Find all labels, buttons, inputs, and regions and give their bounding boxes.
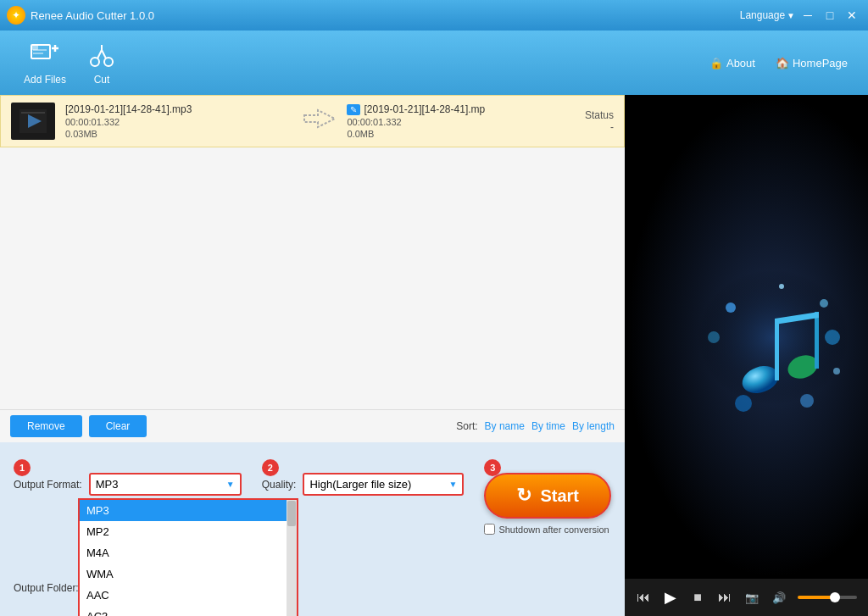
- volume-button[interactable]: 🔊: [767, 585, 791, 609]
- close-button[interactable]: ✕: [843, 6, 861, 25]
- start-button[interactable]: ↻ Start: [484, 473, 611, 519]
- status-label: Status: [585, 109, 614, 121]
- svg-point-23: [820, 299, 828, 308]
- file-area: [2019-01-21][14-28-41].mp3 00:00:01.332 …: [0, 95, 625, 616]
- svg-point-7: [104, 58, 113, 66]
- sort-by-length[interactable]: By length: [572, 420, 615, 432]
- format-select[interactable]: MP3 ▼: [89, 473, 242, 496]
- file-duration: 00:00:01.332: [65, 117, 292, 127]
- language-label: Language: [740, 9, 785, 21]
- svg-marker-14: [304, 110, 335, 127]
- step1-badge: 1: [14, 459, 31, 476]
- format-dropdown-arrow-icon: ▼: [226, 480, 235, 489]
- file-info: [2019-01-21][14-28-41].mp3 00:00:01.332 …: [65, 103, 292, 139]
- format-row: Output Format: MP3 ▼: [14, 473, 242, 496]
- play-button[interactable]: ▶: [659, 585, 682, 609]
- volume-slider[interactable]: [798, 596, 857, 599]
- start-group: 3 ↻ Start Shutdown after conversion: [484, 452, 611, 535]
- quality-dropdown-arrow-icon: ▼: [448, 480, 457, 489]
- format-option-ac3[interactable]: AC3: [80, 606, 297, 616]
- table-row[interactable]: [2019-01-21][14-28-41].mp3 00:00:01.332 …: [0, 95, 625, 147]
- preview-pane: ⏮ ▶ ■ ⏭ 📷 🔊: [625, 95, 868, 616]
- file-size: 0.03MB: [65, 129, 292, 139]
- svg-point-6: [91, 58, 99, 66]
- svg-point-24: [708, 331, 720, 343]
- folder-label: Output Folder:: [14, 582, 79, 594]
- svg-point-26: [735, 395, 752, 412]
- player-controls: ⏮ ▶ ■ ⏭ 📷 🔊: [625, 579, 868, 616]
- svg-point-28: [833, 368, 840, 375]
- format-option-mp2[interactable]: MP2: [80, 521, 297, 542]
- svg-rect-19: [775, 319, 779, 380]
- svg-line-8: [97, 50, 102, 58]
- main-layout: [2019-01-21][14-28-41].mp3 00:00:01.332 …: [0, 95, 868, 616]
- format-dropdown-list: MP3 MP2 M4A WMA AAC AC3 FLAC WAV: [78, 498, 298, 616]
- clear-button[interactable]: Clear: [89, 415, 147, 437]
- svg-point-25: [800, 394, 814, 408]
- arrow-right-icon: [303, 108, 337, 134]
- quality-group: 2 Quality: High(Larger file size) ▼: [262, 452, 465, 502]
- camera-button[interactable]: 📷: [740, 585, 764, 609]
- home-icon: 🏠: [776, 57, 789, 69]
- format-label: Output Format:: [14, 479, 82, 491]
- volume-thumb: [830, 592, 840, 602]
- minimize-button[interactable]: ─: [798, 6, 817, 25]
- add-files-icon: [30, 40, 60, 70]
- status-col: Status -: [585, 109, 614, 133]
- titlebar-controls: Language ▼ ─ □ ✕: [740, 6, 861, 25]
- about-button[interactable]: 🔒 About: [703, 57, 762, 69]
- quality-label: Quality:: [262, 479, 297, 491]
- step2-badge: 2: [262, 459, 279, 476]
- language-button[interactable]: Language ▼: [740, 9, 795, 21]
- remove-button[interactable]: Remove: [10, 415, 82, 437]
- stop-button[interactable]: ■: [686, 585, 709, 609]
- format-option-wma[interactable]: WMA: [80, 563, 297, 585]
- about-label: About: [726, 57, 755, 69]
- format-option-mp3[interactable]: MP3: [80, 500, 297, 521]
- start-label: Start: [540, 486, 579, 506]
- file-thumbnail: [11, 103, 55, 140]
- format-group: 1 Output Format: MP3 ▼ MP3 MP2 M4A WMA: [14, 452, 242, 606]
- sort-area: Sort: By name By time By length: [456, 420, 615, 432]
- svg-rect-1: [31, 45, 38, 50]
- output-info: ✎ [2019-01-21][14-28-41].mp 00:00:01.332…: [347, 103, 574, 139]
- preview-video: [625, 95, 868, 579]
- sort-by-name[interactable]: By name: [485, 420, 525, 432]
- output-size: 0.0MB: [347, 129, 574, 139]
- cut-icon: [86, 40, 117, 70]
- add-files-label: Add Files: [24, 74, 66, 86]
- next-button[interactable]: ⏭: [713, 585, 737, 609]
- quality-row: Quality: High(Larger file size) ▼: [262, 473, 465, 496]
- svg-point-21: [726, 302, 736, 313]
- prev-button[interactable]: ⏮: [632, 585, 655, 609]
- lock-icon: 🔒: [709, 57, 723, 69]
- sort-by-time[interactable]: By time: [531, 420, 565, 432]
- language-arrow-icon: ▼: [787, 11, 795, 20]
- format-option-m4a[interactable]: M4A: [80, 542, 297, 563]
- add-files-button[interactable]: Add Files: [14, 36, 76, 89]
- shutdown-checkbox[interactable]: [484, 524, 495, 535]
- file-list: [2019-01-21][14-28-41].mp3 00:00:01.332 …: [0, 95, 625, 409]
- file-name: [2019-01-21][14-28-41].mp3: [65, 103, 292, 115]
- cut-label: Cut: [94, 74, 110, 86]
- maximize-button[interactable]: □: [821, 6, 839, 25]
- svg-point-22: [825, 330, 840, 345]
- shutdown-row: Shutdown after conversion: [484, 524, 611, 535]
- cut-button[interactable]: Cut: [76, 36, 127, 89]
- format-scrollbar[interactable]: [287, 500, 297, 616]
- music-note-visual: [688, 261, 858, 413]
- status-value: -: [585, 121, 614, 133]
- homepage-button[interactable]: 🏠 HomePage: [769, 57, 854, 69]
- shutdown-label: Shutdown after conversion: [498, 524, 609, 535]
- format-value: MP3: [96, 478, 119, 491]
- edit-badge: ✎: [347, 104, 360, 115]
- homepage-label: HomePage: [793, 57, 848, 69]
- output-duration: 00:00:01.332: [347, 117, 574, 127]
- quality-select[interactable]: High(Larger file size) ▼: [303, 473, 464, 496]
- app-logo: ✦: [7, 6, 25, 25]
- svg-point-27: [779, 284, 784, 289]
- toolbar-nav: 🔒 About 🏠 HomePage: [703, 57, 854, 69]
- titlebar: ✦ Renee Audio Cutter 1.0.0 Language ▼ ─ …: [0, 0, 868, 31]
- quality-value: High(Larger file size): [309, 478, 411, 491]
- format-option-aac[interactable]: AAC: [80, 585, 297, 606]
